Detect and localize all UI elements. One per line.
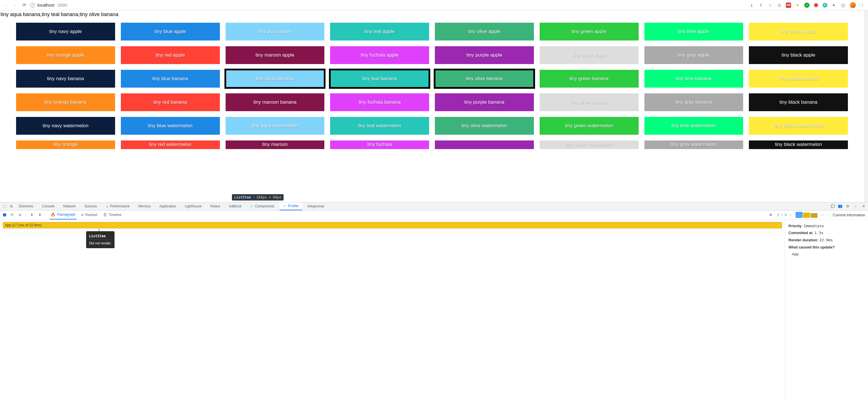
devtools-tab-profiler[interactable]: Profiler bbox=[280, 202, 302, 210]
extension-red-icon[interactable] bbox=[813, 3, 818, 8]
list-item[interactable]: tiny lime banana bbox=[644, 70, 743, 88]
list-item[interactable]: tiny yellow banana bbox=[749, 70, 848, 88]
list-item[interactable]: tiny navy apple bbox=[16, 23, 115, 40]
extension-postman-icon[interactable]: ✦ bbox=[795, 3, 800, 8]
devtools-tab-elements[interactable]: Elements bbox=[16, 202, 37, 210]
list-item[interactable] bbox=[435, 140, 534, 149]
list-item[interactable]: tiny aqua banana bbox=[226, 70, 324, 88]
list-item[interactable]: tiny maroon bbox=[226, 140, 324, 149]
list-item[interactable]: tiny teal banana bbox=[330, 70, 429, 88]
list-item[interactable]: tiny olive watermelon bbox=[435, 117, 534, 135]
list-item[interactable]: tiny green watermelon bbox=[539, 117, 639, 135]
devtools-tab-sources[interactable]: Sources bbox=[81, 202, 100, 210]
bookmark-star-icon[interactable]: ☆ bbox=[768, 3, 773, 8]
list-item[interactable]: tiny teal apple bbox=[330, 23, 429, 40]
list-item[interactable]: tiny fuchsia bbox=[330, 140, 429, 149]
devtools-tab-integromat[interactable]: Integromat bbox=[304, 202, 327, 210]
site-info-icon[interactable]: i bbox=[30, 3, 35, 7]
list-item[interactable]: tiny red watermelon bbox=[121, 140, 220, 149]
ranked-tab[interactable]: ≡Ranked bbox=[80, 212, 98, 217]
record-button[interactable] bbox=[3, 213, 6, 217]
list-item[interactable]: tiny olive apple bbox=[435, 23, 534, 40]
list-item[interactable]: tiny silver watermelon bbox=[539, 140, 639, 149]
devtools-tab-memory[interactable]: Memory bbox=[135, 202, 154, 210]
list-item[interactable]: tiny navy watermelon bbox=[16, 117, 115, 135]
list-item[interactable]: tiny blue banana bbox=[121, 70, 220, 88]
devtools-tab-redux[interactable]: Redux bbox=[207, 202, 224, 210]
issues-icon[interactable]: 💬 bbox=[830, 204, 835, 209]
download-profile-icon[interactable]: ⬇ bbox=[38, 212, 42, 217]
back-button[interactable]: ← bbox=[3, 2, 9, 8]
upload-profile-icon[interactable]: ⬆ bbox=[30, 212, 34, 217]
list-item[interactable]: tiny gray apple bbox=[644, 46, 743, 64]
list-item[interactable]: tiny navy banana bbox=[16, 70, 115, 88]
flamegraph-area[interactable]: App (17.1ms of 22.9ms) ListItem Did not … bbox=[0, 220, 785, 401]
list-item[interactable]: tiny silver apple bbox=[539, 46, 639, 64]
flamegraph-tab[interactable]: 🔥Flamegraph bbox=[50, 210, 76, 220]
list-item[interactable]: tiny black watermelon bbox=[749, 140, 848, 149]
list-item[interactable]: tiny lime apple bbox=[644, 23, 743, 40]
list-item[interactable]: tiny maroon banana bbox=[226, 93, 324, 111]
extension-evernote-icon[interactable]: ✓ bbox=[804, 3, 809, 8]
list-item[interactable]: tiny aqua apple bbox=[226, 23, 324, 40]
list-item[interactable]: tiny gray banana bbox=[644, 93, 743, 111]
devtools-tab-console[interactable]: Console bbox=[38, 202, 58, 210]
list-item[interactable]: tiny purple apple bbox=[435, 46, 534, 64]
list-item[interactable]: tiny gray watermelon bbox=[644, 140, 743, 149]
list-item[interactable]: tiny black banana bbox=[749, 93, 848, 111]
extensions-puzzle-icon[interactable]: ✦ bbox=[831, 3, 836, 8]
flame-bar-app[interactable]: App (17.1ms of 22.9ms) bbox=[3, 222, 782, 228]
side-panel-icon[interactable]: ◫ bbox=[840, 3, 846, 8]
list-item[interactable]: tiny blue watermelon bbox=[121, 117, 220, 135]
list-item[interactable]: tiny teal watermelon bbox=[330, 117, 429, 135]
reload-button[interactable]: ⟳ bbox=[21, 2, 27, 8]
list-item[interactable]: tiny black apple bbox=[749, 46, 848, 64]
devtools-settings-icon[interactable]: ⚙ bbox=[845, 204, 850, 209]
share-icon[interactable]: ⇪ bbox=[758, 3, 764, 8]
list-item[interactable]: tiny silver banana bbox=[539, 93, 639, 111]
inspect-element-icon[interactable]: ⬚ bbox=[2, 204, 7, 209]
flame-children-row[interactable] bbox=[3, 229, 782, 235]
list-item[interactable]: tiny green banana bbox=[539, 70, 639, 88]
devtools-tab-performance[interactable]: Performance bbox=[102, 202, 133, 210]
devtools-tab-adblock[interactable]: AdBlock bbox=[225, 202, 245, 210]
list-item[interactable]: tiny maroon apple bbox=[226, 46, 324, 64]
extension-timer-icon[interactable]: ◷ bbox=[777, 3, 782, 8]
prev-commit-icon[interactable]: ← bbox=[789, 212, 794, 217]
list-item[interactable]: tiny orange banana bbox=[16, 93, 115, 111]
extension-adblock-icon[interactable]: AB bbox=[786, 3, 791, 8]
list-item[interactable]: tiny blue apple bbox=[121, 23, 220, 40]
list-item[interactable]: tiny red banana bbox=[121, 93, 220, 111]
install-icon[interactable]: ⤓ bbox=[749, 3, 754, 8]
list-item[interactable]: tiny green apple bbox=[539, 23, 639, 40]
list-item[interactable]: tiny orange apple bbox=[16, 46, 115, 64]
devtools-more-icon[interactable]: ⋮ bbox=[853, 204, 858, 209]
list-item[interactable]: tiny orange bbox=[16, 140, 115, 149]
address-bar[interactable]: i localhost:3000 bbox=[30, 3, 67, 7]
list-item[interactable]: tiny purple banana bbox=[435, 93, 534, 111]
list-item[interactable]: tiny yellow watermelon bbox=[749, 117, 848, 135]
list-item[interactable]: tiny lime watermelon bbox=[644, 117, 743, 135]
devtools-close-icon[interactable]: ✕ bbox=[861, 204, 866, 209]
list-item[interactable]: tiny fuchsia apple bbox=[330, 46, 429, 64]
commit-bars[interactable] bbox=[796, 212, 817, 218]
list-item[interactable]: tiny red apple bbox=[121, 46, 220, 64]
clear-profile-icon[interactable]: ⊘ bbox=[18, 212, 22, 217]
list-item[interactable]: tiny yellow apple bbox=[749, 23, 848, 40]
list-item[interactable]: tiny fuchsia banana bbox=[330, 93, 429, 111]
list-item[interactable]: tiny olive banana bbox=[435, 70, 534, 88]
reload-profile-icon[interactable]: ⟳ bbox=[10, 212, 14, 217]
devtools-tab-lighthouse[interactable]: Lighthouse bbox=[181, 202, 205, 210]
timeline-tab[interactable]: 🗓Timeline bbox=[102, 212, 123, 217]
chrome-menu-icon[interactable]: ⋮ bbox=[860, 3, 865, 8]
device-toolbar-icon[interactable]: ⧉ bbox=[9, 204, 14, 209]
profiler-settings-icon[interactable]: ⚙ bbox=[769, 212, 773, 217]
forward-button[interactable]: → bbox=[12, 2, 18, 8]
devtools-tab-components[interactable]: Components bbox=[247, 202, 278, 210]
list-item[interactable]: tiny aqua watermelon bbox=[226, 117, 324, 135]
next-commit-icon[interactable]: → bbox=[820, 212, 825, 217]
devtools-tab-application[interactable]: Application bbox=[156, 202, 180, 210]
devtools-tab-network[interactable]: Network bbox=[60, 202, 79, 210]
profile-avatar[interactable] bbox=[849, 2, 856, 8]
extension-grammarly-icon[interactable]: G bbox=[823, 3, 827, 7]
